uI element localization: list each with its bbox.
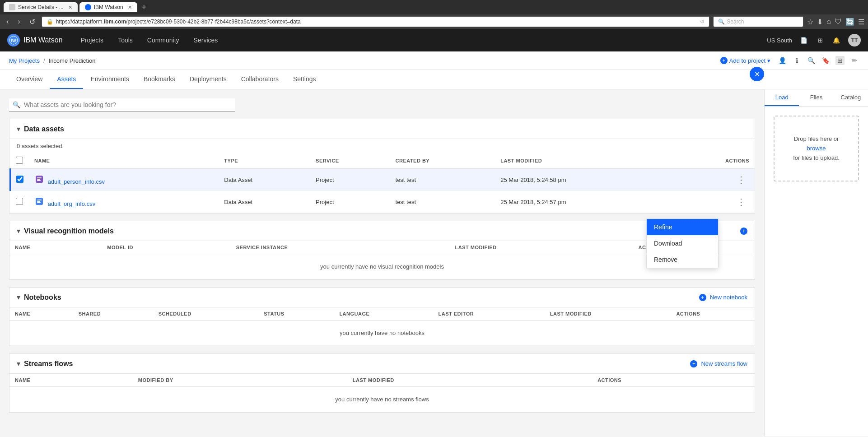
tab-environments[interactable]: Environments	[83, 70, 136, 89]
menu-item-download[interactable]: Download	[647, 235, 718, 251]
row1-created-by: test test	[390, 169, 495, 191]
shield-icon[interactable]: 🛡	[835, 18, 842, 26]
tab-collaborators[interactable]: Collaborators	[234, 70, 286, 89]
row1-service: Project	[310, 169, 390, 191]
right-panel-tab-files[interactable]: Files	[799, 89, 833, 106]
svg-text:IW: IW	[11, 38, 17, 43]
browser-tabs: Service Details - ... ✕ IBM Watson ✕ +	[0, 0, 868, 14]
col-type: TYPE	[219, 153, 310, 169]
watson-nav: Projects Tools Community Services	[74, 29, 767, 51]
notebooks-section: ▾ Notebooks + New notebook NAME SHARED S…	[9, 287, 755, 346]
watson-logo-text: IBM Watson	[23, 36, 63, 44]
right-panel-tab-catalog[interactable]: Catalog	[834, 89, 868, 106]
visual-recognition-toggle[interactable]: ▾	[17, 227, 20, 235]
right-panel: Load Files Catalog Drop files here or br…	[764, 89, 868, 436]
watson-logo[interactable]: IW IBM Watson	[7, 34, 63, 46]
menu-icon[interactable]: ☰	[858, 18, 864, 26]
right-panel-content: Drop files here or browse for files to u…	[765, 107, 868, 436]
edit-icon[interactable]: ✏	[850, 56, 859, 65]
visual-recognition-empty-row: you currently have no visual recognition…	[9, 254, 755, 279]
row1-actions-button[interactable]: ⋮	[733, 173, 749, 186]
data-assets-header-row: NAME TYPE SERVICE CREATED BY LAST MODIFI…	[10, 153, 755, 169]
row1-checkbox[interactable]	[16, 176, 23, 183]
drop-text2: for files to upload.	[793, 154, 840, 161]
tab-bookmarks[interactable]: Bookmarks	[136, 70, 182, 89]
notebooks-toggle[interactable]: ▾	[17, 293, 20, 302]
drop-zone[interactable]: Drop files here or browse for files to u…	[774, 116, 859, 181]
assets-count: 0 assets selected.	[9, 139, 755, 153]
data-assets-toggle[interactable]: ▾	[17, 125, 20, 133]
my-projects-link[interactable]: My Projects	[9, 57, 40, 64]
breadcrumb-separator: /	[43, 57, 45, 64]
tab-close-1[interactable]: ✕	[68, 5, 72, 10]
menu-item-refine[interactable]: Refine	[647, 219, 718, 235]
notebooks-title: Notebooks	[24, 293, 61, 302]
asset-search-input[interactable]	[24, 101, 231, 108]
select-all-checkbox[interactable]	[16, 157, 23, 164]
url-refresh-icon: ↺	[700, 19, 705, 25]
tab-deployments[interactable]: Deployments	[182, 70, 234, 89]
right-panel-close-button[interactable]: ✕	[750, 67, 764, 81]
svg-rect-7	[37, 200, 42, 200]
row2-actions-button[interactable]: ⋮	[733, 195, 749, 208]
right-panel-tab-load[interactable]: Load	[765, 89, 799, 106]
data-assets-table: NAME TYPE SERVICE CREATED BY LAST MODIFI…	[9, 153, 755, 213]
sync-icon[interactable]: 🔄	[845, 18, 854, 26]
streams-flows-toggle[interactable]: ▾	[17, 359, 20, 368]
nb-col-last-modified: LAST MODIFIED	[545, 307, 671, 321]
url-bar[interactable]: 🔒 https://dataplatform.ibm.com/projects/…	[42, 16, 710, 27]
streams-flows-header: ▾ Streams flows + New streams flow	[9, 354, 755, 374]
notification-icon[interactable]: 🔔	[832, 36, 841, 45]
row1-last-modified: 25 Mar 2018, 5:24:58 pm	[495, 169, 673, 191]
new-tab-button[interactable]: +	[139, 3, 149, 12]
tab-close-2[interactable]: ✕	[128, 5, 132, 10]
row1-file-icon	[34, 174, 44, 184]
nav-community[interactable]: Community	[140, 29, 187, 51]
info-icon[interactable]: ℹ	[792, 56, 801, 65]
tab-overview[interactable]: Overview	[9, 70, 50, 89]
row2-checkbox[interactable]	[16, 198, 23, 205]
reload-button[interactable]: ↺	[27, 17, 38, 27]
bookmark-icon2[interactable]: 🔖	[821, 56, 830, 65]
notebooks-table: NAME SHARED SCHEDULED STATUS LANGUAGE LA…	[9, 307, 755, 346]
notebooks-header-row: NAME SHARED SCHEDULED STATUS LANGUAGE LA…	[9, 307, 755, 321]
grid-view-icon[interactable]: ⊞	[835, 56, 845, 65]
new-streams-flow-button[interactable]: + New streams flow	[690, 360, 747, 367]
row1-file-name[interactable]: adult_person_info.csv	[48, 178, 105, 185]
nav-services[interactable]: Services	[187, 29, 225, 51]
tab-settings[interactable]: Settings	[286, 70, 323, 89]
drop-text: Drop files here or	[794, 135, 839, 142]
menu-item-remove[interactable]: Remove	[647, 251, 718, 268]
vr-col-name: NAME	[9, 241, 102, 254]
nav-projects[interactable]: Projects	[74, 29, 111, 51]
tab-assets[interactable]: Assets	[50, 70, 83, 89]
col-actions: ACTIONS	[673, 153, 755, 169]
magnify-icon[interactable]: 🔍	[807, 56, 816, 65]
bookmark-icon[interactable]: ☆	[807, 18, 813, 26]
add-visual-model-button[interactable]: +	[740, 228, 747, 235]
add-to-project-button[interactable]: + Add to project ▾	[720, 57, 770, 64]
url-text: https://dataplatform.ibm.com/projects/e7…	[56, 19, 301, 25]
nav-tools[interactable]: Tools	[111, 29, 140, 51]
home-icon[interactable]: ⌂	[826, 18, 831, 26]
new-notebook-button[interactable]: + New notebook	[699, 294, 747, 301]
forward-button[interactable]: ›	[15, 17, 23, 27]
download-icon[interactable]: ⬇	[817, 18, 823, 26]
back-button[interactable]: ‹	[4, 17, 11, 27]
nb-col-actions: ACTIONS	[671, 307, 755, 321]
doc-icon[interactable]: 📄	[799, 36, 808, 45]
browser-tab-1[interactable]: Service Details - ... ✕	[4, 2, 78, 12]
svg-rect-3	[37, 177, 42, 178]
svg-rect-4	[37, 179, 40, 180]
browser-actions: ☆ ⬇ ⌂ 🛡 🔄 ☰	[807, 18, 864, 26]
browse-link[interactable]: browse	[807, 145, 826, 152]
nb-col-language: LANGUAGE	[334, 307, 433, 321]
user-avatar[interactable]: TT	[848, 34, 861, 46]
browser-search-bar[interactable]: 🔍 Search	[713, 16, 803, 27]
data-assets-title: Data assets	[24, 125, 64, 133]
grid-icon[interactable]: ⊞	[816, 36, 825, 45]
content-area: 🔍 ▾ Data assets 0 assets selected. NAME …	[0, 89, 764, 436]
row2-file-name[interactable]: adult_org_info.csv	[48, 200, 96, 207]
person-icon[interactable]: 👤	[778, 56, 787, 65]
browser-tab-2[interactable]: IBM Watson ✕	[79, 2, 137, 12]
